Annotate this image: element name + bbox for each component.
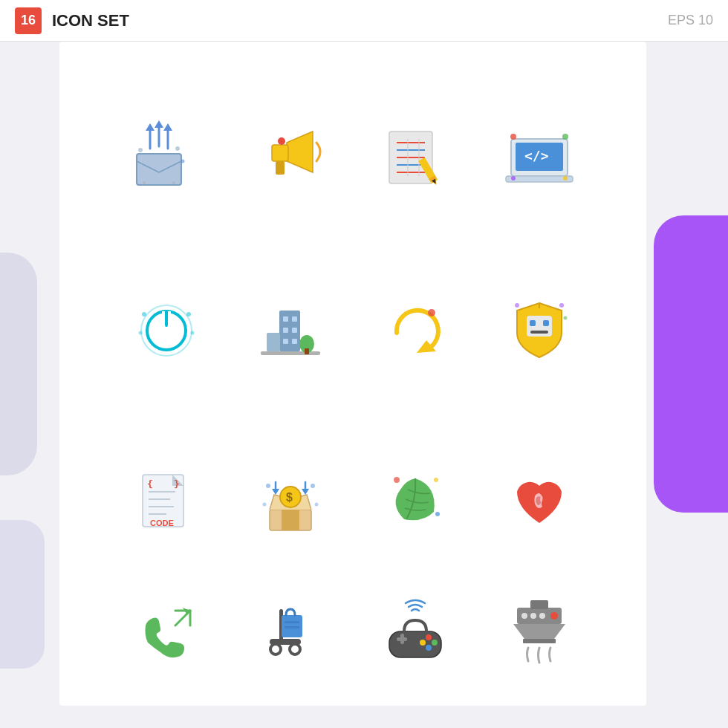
svg-rect-55 (305, 348, 309, 354)
svg-marker-4 (146, 123, 155, 131)
icon-money-box: $ (246, 456, 335, 545)
svg-rect-53 (267, 333, 280, 351)
svg-text:$: $ (286, 491, 293, 504)
icon-cell-email-upload (104, 71, 229, 243)
svg-rect-111 (523, 639, 556, 643)
svg-point-36 (511, 176, 516, 181)
svg-marker-14 (287, 131, 313, 172)
icon-range-hood (495, 587, 584, 676)
icon-cell-shopping-cart (229, 587, 354, 676)
svg-point-44 (190, 331, 194, 334)
icon-cell-heart-ear (478, 415, 602, 587)
svg-rect-48 (292, 316, 297, 322)
main-panel: </> (59, 42, 646, 706)
icon-redo (371, 285, 460, 374)
icon-cell-robot-shield (478, 243, 602, 415)
icon-cell-code-file: { } CODE (104, 415, 229, 587)
icon-wireless-gamepad (371, 587, 460, 676)
icon-robot-shield (495, 285, 584, 374)
svg-point-57 (428, 309, 435, 316)
svg-point-13 (172, 181, 175, 184)
icon-cell-redo (353, 243, 478, 415)
svg-rect-47 (283, 316, 288, 322)
icon-code-file: { } CODE (122, 456, 211, 545)
svg-point-97 (290, 644, 300, 654)
svg-rect-109 (530, 600, 548, 609)
svg-rect-49 (283, 328, 288, 333)
header-badge: 16 (15, 7, 42, 34)
icon-grid: </> (59, 42, 646, 706)
svg-rect-60 (543, 320, 549, 326)
svg-marker-8 (163, 123, 172, 131)
svg-point-42 (186, 312, 191, 316)
header-title: ICON SET (52, 11, 668, 30)
icon-megaphone (246, 113, 335, 202)
svg-point-104 (426, 634, 432, 640)
icon-outgoing-call (122, 587, 211, 676)
svg-point-88 (434, 478, 438, 482)
svg-point-86 (315, 503, 319, 507)
icon-cell-notebook (353, 71, 478, 243)
svg-point-65 (564, 316, 568, 319)
svg-point-89 (435, 512, 440, 516)
icon-power-button (122, 285, 211, 374)
icon-cell-megaphone (229, 71, 354, 243)
svg-rect-50 (292, 328, 297, 333)
svg-marker-80 (272, 489, 279, 495)
svg-point-34 (562, 134, 568, 140)
icon-cell-gamepad (353, 587, 478, 676)
svg-rect-59 (530, 320, 536, 326)
svg-rect-31 (506, 176, 573, 182)
svg-rect-15 (272, 145, 288, 161)
svg-point-9 (138, 148, 143, 152)
icon-leaf (371, 456, 460, 545)
svg-point-43 (138, 331, 142, 334)
svg-marker-110 (513, 624, 565, 639)
icon-notebook-pencil (371, 113, 460, 202)
svg-point-12 (143, 181, 146, 184)
svg-text:CODE: CODE (150, 519, 174, 527)
svg-text:{: { (147, 478, 153, 490)
svg-rect-103 (400, 634, 404, 644)
svg-point-113 (530, 613, 536, 619)
svg-point-63 (515, 303, 519, 308)
svg-point-84 (311, 484, 315, 488)
header-eps-label: EPS 10 (668, 13, 713, 28)
svg-point-17 (278, 137, 285, 145)
svg-point-107 (426, 645, 432, 651)
icon-cell-outgoing-call (104, 587, 229, 676)
svg-rect-52 (292, 339, 297, 344)
icon-laptop-code: </> (495, 113, 584, 202)
icon-cell-laptop-code: </> (478, 71, 602, 243)
svg-rect-0 (137, 154, 181, 185)
svg-point-33 (510, 134, 516, 140)
svg-rect-16 (276, 161, 285, 175)
svg-point-105 (432, 640, 438, 646)
svg-point-87 (394, 477, 400, 483)
svg-point-115 (550, 612, 558, 620)
icon-email-upload (122, 113, 211, 202)
svg-marker-6 (155, 120, 163, 128)
svg-point-35 (563, 176, 568, 181)
svg-rect-45 (261, 351, 320, 355)
icon-cell-money-box: $ (229, 415, 354, 587)
svg-point-83 (266, 484, 270, 488)
svg-rect-61 (530, 331, 548, 334)
icon-cell-building (229, 243, 354, 415)
icon-cell-power (104, 243, 229, 415)
header-bar: 16 ICON SET EPS 10 (0, 0, 728, 42)
svg-point-106 (420, 640, 426, 646)
svg-point-10 (175, 146, 180, 151)
bg-decoration-left (0, 253, 37, 475)
svg-point-114 (539, 613, 545, 619)
icon-shopping-cart (246, 587, 335, 676)
icon-building (246, 285, 335, 374)
svg-point-41 (142, 312, 146, 316)
svg-rect-76 (282, 510, 299, 530)
svg-text:</>: </> (524, 148, 549, 163)
bg-decoration-bottom-left (0, 520, 45, 669)
svg-point-64 (559, 303, 564, 308)
svg-rect-100 (285, 626, 299, 628)
svg-point-112 (521, 613, 527, 619)
icon-cell-leaf (353, 415, 478, 587)
